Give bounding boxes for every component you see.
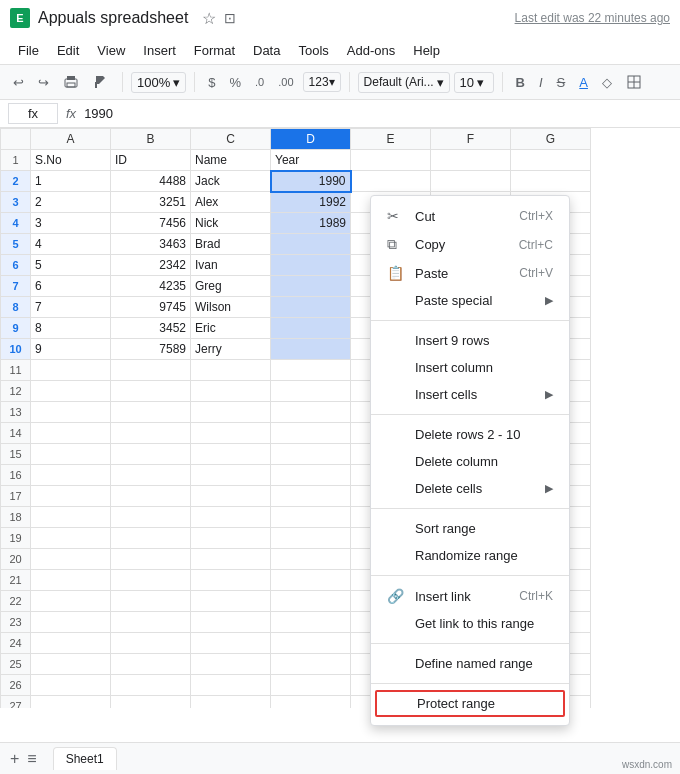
fill-color-button[interactable]: ◇	[597, 72, 617, 93]
cell-r2-c7[interactable]	[511, 171, 591, 192]
context-menu-item-paste-special[interactable]: Paste special▶	[371, 287, 569, 314]
context-menu-item-define-named[interactable]: Define named range	[371, 650, 569, 677]
cell-r25-c1[interactable]	[31, 654, 111, 675]
cell-r27-c2[interactable]	[111, 696, 191, 709]
cell-r7-c1[interactable]: 6	[31, 276, 111, 297]
decimal-increase-button[interactable]: .00	[273, 73, 298, 91]
cell-r13-c4[interactable]	[271, 402, 351, 423]
cell-r11-c3[interactable]	[191, 360, 271, 381]
cell-r15-c3[interactable]	[191, 444, 271, 465]
cell-r1-c3[interactable]: Name	[191, 150, 271, 171]
cell-r11-c4[interactable]	[271, 360, 351, 381]
context-menu-item-delete-column[interactable]: Delete column	[371, 448, 569, 475]
cell-r25-c4[interactable]	[271, 654, 351, 675]
percent-format-button[interactable]: %	[224, 72, 246, 93]
cell-r12-c4[interactable]	[271, 381, 351, 402]
cell-r5-c1[interactable]: 4	[31, 234, 111, 255]
cell-r2-c6[interactable]	[431, 171, 511, 192]
cell-r6-c1[interactable]: 5	[31, 255, 111, 276]
cell-r22-c1[interactable]	[31, 591, 111, 612]
cell-r2-c1[interactable]: 1	[31, 171, 111, 192]
cell-r7-c4[interactable]	[271, 276, 351, 297]
context-menu-item-get-link[interactable]: Get link to this range	[371, 610, 569, 637]
cell-r19-c4[interactable]	[271, 528, 351, 549]
cell-r13-c2[interactable]	[111, 402, 191, 423]
cell-r6-c3[interactable]: Ivan	[191, 255, 271, 276]
menu-file[interactable]: File	[10, 40, 47, 61]
cell-r3-c2[interactable]: 3251	[111, 192, 191, 213]
menu-help[interactable]: Help	[405, 40, 448, 61]
decimal-decrease-button[interactable]: .0	[250, 73, 269, 91]
cell-r12-c3[interactable]	[191, 381, 271, 402]
cell-r3-c3[interactable]: Alex	[191, 192, 271, 213]
menu-tools[interactable]: Tools	[290, 40, 336, 61]
cell-reference-input[interactable]	[8, 103, 58, 124]
context-menu-item-insert-column[interactable]: Insert column	[371, 354, 569, 381]
cell-r11-c2[interactable]	[111, 360, 191, 381]
cell-r4-c2[interactable]: 7456	[111, 213, 191, 234]
cell-r6-c4[interactable]	[271, 255, 351, 276]
cell-r10-c2[interactable]: 7589	[111, 339, 191, 360]
cell-r1-c4[interactable]: Year	[271, 150, 351, 171]
cell-r10-c4[interactable]	[271, 339, 351, 360]
cell-r23-c1[interactable]	[31, 612, 111, 633]
cell-r1-c1[interactable]: S.No	[31, 150, 111, 171]
cell-r20-c3[interactable]	[191, 549, 271, 570]
menu-format[interactable]: Format	[186, 40, 243, 61]
cell-r14-c4[interactable]	[271, 423, 351, 444]
cell-r26-c4[interactable]	[271, 675, 351, 696]
col-header-f[interactable]: F	[431, 129, 511, 150]
italic-button[interactable]: I	[534, 72, 548, 93]
cell-r27-c3[interactable]	[191, 696, 271, 709]
cell-r24-c3[interactable]	[191, 633, 271, 654]
context-menu-item-delete-cells[interactable]: Delete cells▶	[371, 475, 569, 502]
context-menu-item-insert-link[interactable]: 🔗Insert linkCtrl+K	[371, 582, 569, 610]
cell-r25-c3[interactable]	[191, 654, 271, 675]
cell-r15-c4[interactable]	[271, 444, 351, 465]
paint-format-button[interactable]	[88, 71, 114, 93]
context-menu-item-insert-cells[interactable]: Insert cells▶	[371, 381, 569, 408]
cell-r12-c2[interactable]	[111, 381, 191, 402]
context-menu-item-protect-range[interactable]: Protect range	[375, 690, 565, 717]
context-menu-item-sort-range[interactable]: Sort range	[371, 515, 569, 542]
cell-r1-c7[interactable]	[511, 150, 591, 171]
cell-r26-c1[interactable]	[31, 675, 111, 696]
cell-r16-c1[interactable]	[31, 465, 111, 486]
cell-r2-c5[interactable]	[351, 171, 431, 192]
cell-r18-c4[interactable]	[271, 507, 351, 528]
cell-r24-c4[interactable]	[271, 633, 351, 654]
cell-r8-c2[interactable]: 9745	[111, 297, 191, 318]
cell-r2-c4[interactable]: 1990	[271, 171, 351, 192]
cell-r23-c2[interactable]	[111, 612, 191, 633]
cell-r17-c2[interactable]	[111, 486, 191, 507]
undo-button[interactable]: ↩	[8, 72, 29, 93]
cell-r5-c2[interactable]: 3463	[111, 234, 191, 255]
cell-r10-c3[interactable]: Jerry	[191, 339, 271, 360]
strikethrough-button[interactable]: S	[552, 72, 571, 93]
cell-r20-c4[interactable]	[271, 549, 351, 570]
add-sheet-button[interactable]: +	[10, 750, 19, 768]
cell-r3-c4[interactable]: 1992	[271, 192, 351, 213]
borders-button[interactable]	[621, 71, 647, 93]
star-icon[interactable]: ☆	[202, 9, 216, 28]
cell-r23-c3[interactable]	[191, 612, 271, 633]
cell-r17-c1[interactable]	[31, 486, 111, 507]
context-menu-item-copy[interactable]: ⧉CopyCtrl+C	[371, 230, 569, 259]
cell-r27-c1[interactable]	[31, 696, 111, 709]
underline-button[interactable]: A	[574, 72, 593, 93]
cell-r20-c2[interactable]	[111, 549, 191, 570]
context-menu-item-insert-rows[interactable]: Insert 9 rows	[371, 327, 569, 354]
redo-button[interactable]: ↪	[33, 72, 54, 93]
cell-r9-c3[interactable]: Eric	[191, 318, 271, 339]
cell-r25-c2[interactable]	[111, 654, 191, 675]
context-menu-item-paste[interactable]: 📋PasteCtrl+V	[371, 259, 569, 287]
menu-view[interactable]: View	[89, 40, 133, 61]
font-size-selector[interactable]: 10 ▾	[454, 72, 494, 93]
cell-r16-c2[interactable]	[111, 465, 191, 486]
context-menu-item-delete-rows[interactable]: Delete rows 2 - 10	[371, 421, 569, 448]
cell-r18-c1[interactable]	[31, 507, 111, 528]
cell-r21-c3[interactable]	[191, 570, 271, 591]
cell-r23-c4[interactable]	[271, 612, 351, 633]
col-header-c[interactable]: C	[191, 129, 271, 150]
context-menu-item-randomize-range[interactable]: Randomize range	[371, 542, 569, 569]
